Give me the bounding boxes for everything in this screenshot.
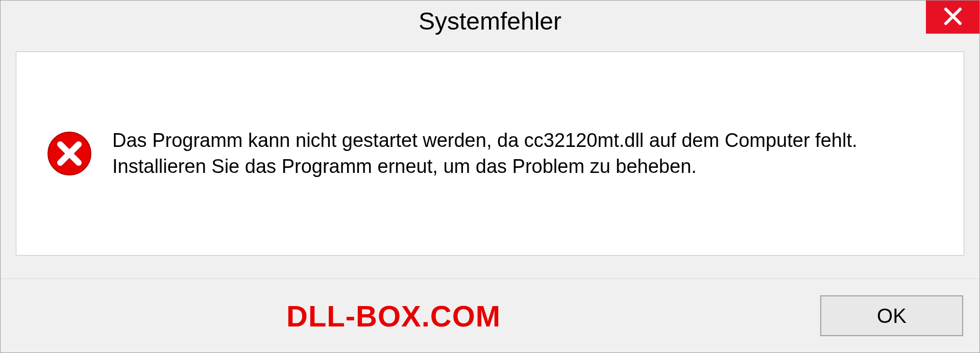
ok-button[interactable]: OK (820, 295, 963, 336)
dialog-title: Systemfehler (419, 7, 561, 35)
dialog-footer: DLL-BOX.COM OK (1, 279, 979, 352)
content-area: Das Programm kann nicht gestartet werden… (16, 52, 964, 256)
close-icon (943, 6, 963, 29)
watermark-text: DLL-BOX.COM (286, 299, 501, 333)
close-button[interactable] (926, 1, 979, 34)
error-dialog: Systemfehler Das Programm kann nicht ges… (0, 0, 980, 353)
titlebar: Systemfehler (1, 1, 979, 41)
error-message: Das Programm kann nicht gestartet werden… (112, 128, 933, 180)
error-icon (47, 131, 92, 176)
